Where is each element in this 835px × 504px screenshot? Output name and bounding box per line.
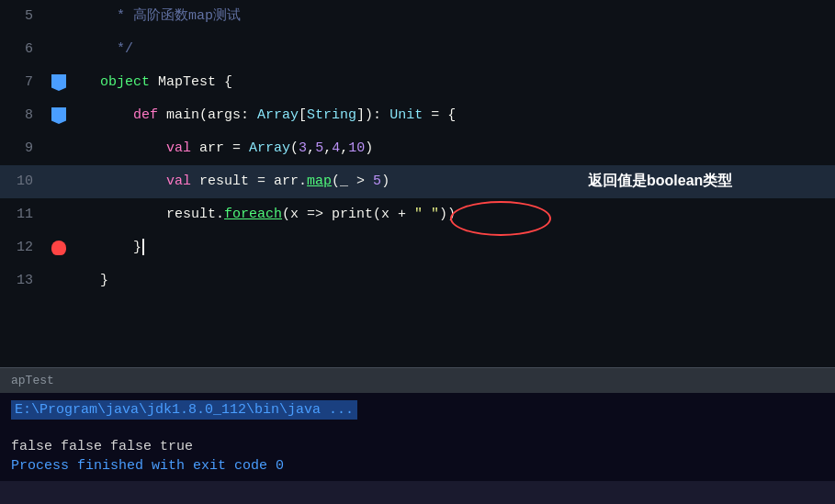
line-number: 13 <box>0 264 46 297</box>
line-gutter-8 <box>46 107 72 124</box>
line-number: 8 <box>0 99 46 132</box>
bookmark-icon-2 <box>51 107 66 124</box>
terminal-command: E:\Program\java\jdk1.8.0_112\bin\java ..… <box>11 400 357 420</box>
line-number: 7 <box>0 66 46 99</box>
line-number: 6 <box>0 33 46 66</box>
debug-icon <box>51 241 66 255</box>
line-number: 12 <box>0 231 46 264</box>
editor-area: 5 * 高阶函数map测试 6 */ 7 object MapTest { 8 <box>0 0 835 367</box>
code-line: 11 result.foreach(x => print(x + " ")) <box>0 198 835 231</box>
code-line: 13 } <box>0 264 835 297</box>
bookmark-icon <box>51 74 66 91</box>
line-gutter-7 <box>46 74 72 91</box>
code-line: 5 * 高阶函数map测试 <box>0 0 835 33</box>
line-content: } <box>72 264 835 297</box>
terminal-command-line: E:\Program\java\jdk1.8.0_112\bin\java ..… <box>11 400 824 423</box>
line-number: 5 <box>0 0 46 33</box>
line-number: 10 <box>0 165 46 198</box>
annotation-text: 返回值是boolean类型 <box>588 170 753 192</box>
line-content: object MapTest { <box>72 66 835 99</box>
terminal-area: E:\Program\java\jdk1.8.0_112\bin\java ..… <box>0 393 835 481</box>
code-container: 5 * 高阶函数map测试 6 */ 7 object MapTest { 8 <box>0 0 835 297</box>
status-bar: apTest <box>0 367 835 393</box>
line-content: * 高阶函数map测试 <box>72 0 835 33</box>
terminal-output: false false false true <box>11 439 824 454</box>
line-content: */ <box>72 33 835 66</box>
line-number: 11 <box>0 198 46 231</box>
line-content: def main(args: Array[String]): Unit = { <box>72 99 835 132</box>
code-line: 12 } <box>0 231 835 264</box>
code-line: 8 def main(args: Array[String]): Unit = … <box>0 99 835 132</box>
code-line: 7 object MapTest { <box>0 66 835 99</box>
terminal-exit: Process finished with exit code 0 <box>11 458 824 474</box>
line-content: result.foreach(x => print(x + " ")) <box>72 198 835 231</box>
line-content: } <box>72 231 835 264</box>
line-content: val arr = Array(3,5,4,10) <box>72 132 835 165</box>
code-line: 9 val arr = Array(3,5,4,10) <box>0 132 835 165</box>
line-gutter-12 <box>46 241 72 255</box>
status-text: apTest <box>11 374 54 387</box>
code-line: 6 */ <box>0 33 835 66</box>
line-number: 9 <box>0 132 46 165</box>
